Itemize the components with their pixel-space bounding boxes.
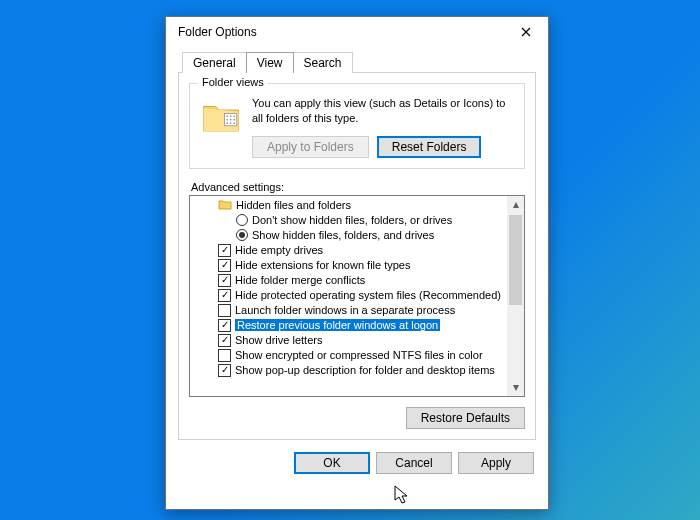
tree-item-label: Don't show hidden files, folders, or dri… — [252, 214, 452, 226]
tree-row[interactable]: Hide protected operating system files (R… — [194, 288, 507, 303]
tree-item-label: Hide protected operating system files (R… — [235, 289, 501, 301]
checkbox[interactable] — [218, 364, 231, 377]
restore-defaults-button[interactable]: Restore Defaults — [406, 407, 525, 429]
tab-search[interactable]: Search — [293, 52, 353, 73]
scroll-track[interactable] — [507, 213, 524, 379]
window-title: Folder Options — [178, 25, 503, 39]
tree-item-label: Show drive letters — [235, 334, 322, 346]
folder-icon — [200, 96, 242, 138]
tab-view[interactable]: View — [246, 52, 294, 73]
cancel-button[interactable]: Cancel — [376, 452, 452, 474]
tree-item-label: Hide folder merge conflicts — [235, 274, 365, 286]
tree-item-label: Show pop-up description for folder and d… — [235, 364, 495, 376]
close-button[interactable] — [503, 17, 548, 47]
tabstrip: General View Search — [182, 51, 536, 72]
close-icon — [521, 27, 531, 37]
checkbox[interactable] — [218, 259, 231, 272]
checkbox[interactable] — [218, 289, 231, 302]
folder-options-dialog: Folder Options General View Search Folde… — [165, 16, 549, 510]
checkbox[interactable] — [218, 349, 231, 362]
scroll-down-icon[interactable]: ▾ — [507, 379, 524, 396]
tree-item-label: Hide extensions for known file types — [235, 259, 410, 271]
tree-item-label: Hidden files and folders — [236, 199, 351, 211]
tree-item-label: Launch folder windows in a separate proc… — [235, 304, 455, 316]
advanced-settings-tree[interactable]: Hidden files and foldersDon't show hidde… — [189, 195, 525, 397]
scroll-thumb[interactable] — [509, 215, 522, 305]
svg-point-3 — [233, 115, 235, 117]
tab-general[interactable]: General — [182, 52, 247, 73]
svg-point-2 — [230, 115, 232, 117]
scroll-up-icon[interactable]: ▴ — [507, 196, 524, 213]
checkbox[interactable] — [218, 304, 231, 317]
reset-folders-button[interactable]: Reset Folders — [377, 136, 482, 158]
tree-row[interactable]: Hidden files and folders — [194, 198, 507, 213]
checkbox[interactable] — [218, 319, 231, 332]
tabpage-view: Folder views You can apply this view (su… — [178, 72, 536, 440]
apply-button[interactable]: Apply — [458, 452, 534, 474]
tree-row[interactable]: Hide extensions for known file types — [194, 258, 507, 273]
tree-row[interactable]: Launch folder windows in a separate proc… — [194, 303, 507, 318]
svg-point-9 — [233, 122, 235, 124]
svg-point-8 — [230, 122, 232, 124]
advanced-settings-label: Advanced settings: — [191, 181, 525, 193]
apply-to-folders-button: Apply to Folders — [252, 136, 369, 158]
tree-row[interactable]: Show drive letters — [194, 333, 507, 348]
checkbox[interactable] — [218, 274, 231, 287]
ok-button[interactable]: OK — [294, 452, 370, 474]
tree-row[interactable]: Show hidden files, folders, and drives — [194, 228, 507, 243]
dialog-buttons: OK Cancel Apply — [178, 452, 536, 476]
svg-point-5 — [230, 119, 232, 121]
svg-point-7 — [226, 122, 228, 124]
client-area: General View Search Folder views — [166, 47, 548, 488]
tree-row[interactable]: Don't show hidden files, folders, or dri… — [194, 213, 507, 228]
checkbox[interactable] — [218, 244, 231, 257]
folder-icon — [218, 198, 232, 212]
svg-point-4 — [226, 119, 228, 121]
folder-views-text: You can apply this view (such as Details… — [252, 96, 514, 126]
folder-views-body: You can apply this view (such as Details… — [252, 96, 514, 158]
tree-item-label: Restore previous folder windows at logon — [235, 319, 440, 331]
folder-views-group: Folder views You can apply this view (su… — [189, 83, 525, 169]
tree-row[interactable]: Show encrypted or compressed NTFS files … — [194, 348, 507, 363]
tree-item-label: Show hidden files, folders, and drives — [252, 229, 434, 241]
tree-row[interactable]: Hide folder merge conflicts — [194, 273, 507, 288]
tree-row[interactable]: Restore previous folder windows at logon — [194, 318, 507, 333]
tree-row[interactable]: Hide empty drives — [194, 243, 507, 258]
radio[interactable] — [236, 229, 248, 241]
titlebar[interactable]: Folder Options — [166, 17, 548, 47]
tree-item-label: Show encrypted or compressed NTFS files … — [235, 349, 483, 361]
tree-item-label: Hide empty drives — [235, 244, 323, 256]
folder-views-legend: Folder views — [198, 76, 268, 88]
svg-point-6 — [233, 119, 235, 121]
radio[interactable] — [236, 214, 248, 226]
checkbox[interactable] — [218, 334, 231, 347]
svg-point-1 — [226, 115, 228, 117]
tree-row[interactable]: Show pop-up description for folder and d… — [194, 363, 507, 378]
scrollbar[interactable]: ▴ ▾ — [507, 196, 524, 396]
tree-content: Hidden files and foldersDon't show hidde… — [190, 196, 507, 396]
